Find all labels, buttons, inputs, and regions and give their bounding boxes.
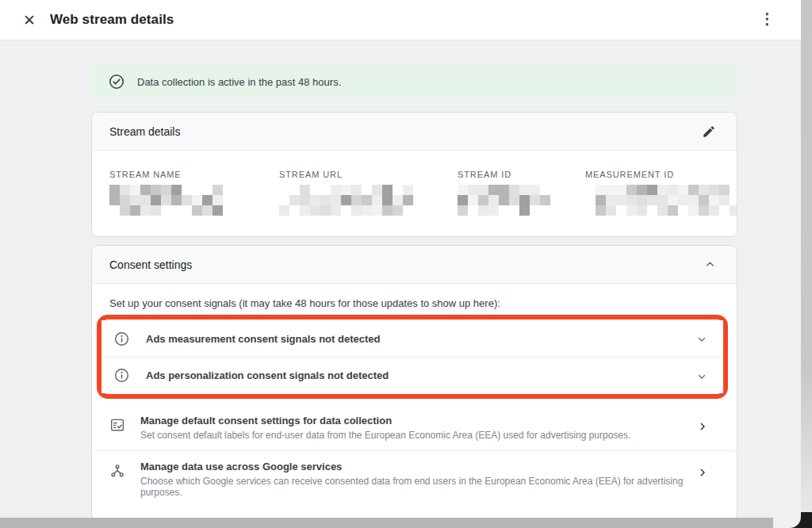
stream-fields: STREAM NAME STREAM URL STREAM ID MEASURE… [92,151,737,236]
stream-details-card: Stream details STREAM NAME STREAM URL [91,112,737,237]
more-options-icon[interactable]: ⋮ [760,11,775,26]
web-stream-details-panel: ✕ Web stream details ⋮ Data collection i… [0,0,801,528]
field-label: STREAM URL [279,170,458,179]
info-icon [114,331,129,346]
chevron-down-icon[interactable] [696,371,707,385]
manage-row-subtitle: Choose which Google services can receive… [140,476,689,498]
chevron-up-icon[interactable] [703,257,718,272]
consent-intro-text: Set up your consent signals (it may take… [92,284,737,309]
signal-row-label: Ads personalization consent signals not … [146,369,389,381]
status-banner: Data collection is active in the past 48… [91,65,737,98]
consent-signal-row-ads-measurement[interactable]: Ads measurement consent signals not dete… [102,320,723,357]
chevron-right-icon [697,421,708,435]
manage-data-use-row[interactable]: Manage data use across Google services C… [92,451,737,507]
redacted-value [585,185,737,216]
redacted-value [458,185,550,216]
horizontal-scrollbar[interactable] [0,518,773,528]
signal-row-label: Ads measurement consent signals not dete… [146,333,380,345]
data-tree-icon [109,463,125,482]
fact-check-icon [109,417,125,436]
info-icon [114,368,129,383]
card-title: Consent settings [109,258,192,271]
field-label: STREAM ID [458,170,585,179]
manage-row-title: Manage data use across Google services [140,461,689,473]
desktop-edge [800,0,812,528]
close-icon[interactable]: ✕ [21,11,37,29]
field-measurement-id: MEASUREMENT ID [585,170,737,216]
manage-row-subtitle: Set consent default labels for end-user … [140,430,630,441]
field-label: STREAM NAME [109,170,279,179]
redacted-value [279,185,413,216]
manage-row-text: Manage default consent settings for data… [140,415,630,441]
chevron-down-icon[interactable] [696,334,707,348]
card-title: Stream details [109,125,180,138]
edit-icon[interactable] [700,123,718,140]
field-label: MEASUREMENT ID [585,170,737,179]
page-title: Web stream details [50,12,174,28]
redacted-value [109,185,233,216]
field-stream-id: STREAM ID [458,170,585,216]
field-stream-name: STREAM NAME [109,170,279,216]
stream-details-header: Stream details [92,113,737,151]
consent-settings-card: Consent settings Set up your consent sig… [91,245,737,520]
chevron-right-icon [697,467,708,481]
consent-settings-header: Consent settings [92,246,737,284]
screen: ✕ Web stream details ⋮ Data collection i… [0,0,812,528]
panel-header: ✕ Web stream details ⋮ [0,0,801,40]
field-stream-url: STREAM URL [279,170,458,216]
annotation-highlight: Ads measurement consent signals not dete… [97,315,728,399]
manage-row-title: Manage default consent settings for data… [140,415,630,427]
panel-content: Data collection is active in the past 48… [0,65,737,528]
check-circle-icon [109,74,124,90]
manage-row-text: Manage data use across Google services C… [140,461,689,498]
status-banner-text: Data collection is active in the past 48… [137,76,341,88]
manage-default-consent-row[interactable]: Manage default consent settings for data… [92,405,737,451]
consent-signal-row-ads-personalization[interactable]: Ads personalization consent signals not … [102,357,723,393]
